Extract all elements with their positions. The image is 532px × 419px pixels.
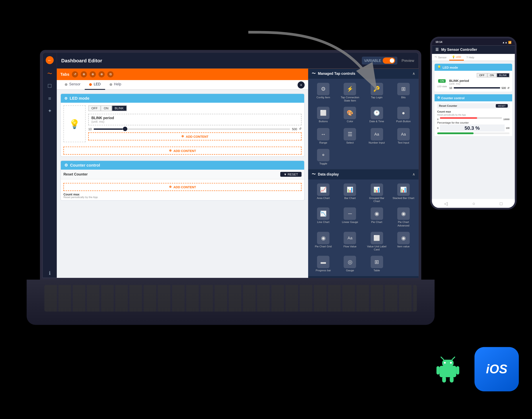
item-pie-advanced[interactable]: ◉ Pie Chart Advanced (390, 205, 417, 229)
item-bar-chart[interactable]: 📊 Bar Chart (337, 181, 363, 205)
phone-hamburger-icon: ☰ (435, 48, 439, 52)
item-value-unit[interactable]: ⬜ Value Unit Label Card (363, 229, 390, 253)
phone-tab-help[interactable]: ? Help (464, 54, 477, 61)
item-push-button[interactable]: ● Push Button (390, 105, 417, 125)
ios-badge: iOS (474, 347, 519, 391)
tab-help[interactable]: Help (105, 80, 126, 90)
add-below-plus-icon: ⊕ (169, 149, 171, 152)
add-content-counter[interactable]: ⊕ ADD CONTENT (64, 183, 301, 191)
reset-label: Reset Counter (64, 172, 88, 176)
tab-led[interactable]: LED (85, 80, 105, 90)
tabs-add-2[interactable]: ⊕ (90, 71, 96, 77)
item-gauge[interactable]: ◎ Gauge (337, 253, 363, 274)
blink-slider-track[interactable] (93, 128, 290, 130)
phone-sensor-icon: 〜 (435, 55, 437, 59)
item-datetime[interactable]: 🕐 Date & Time (363, 105, 390, 125)
count-max-label: Count max (64, 193, 301, 196)
item-grouped-bar[interactable]: 📊 Grouped Bar Chart (363, 181, 390, 205)
bits-icon: ⊞ (397, 83, 410, 95)
item-stacked-bar[interactable]: 📊 Stacked Bar Chart (390, 181, 417, 205)
led-blink-button[interactable]: BLINK (111, 105, 127, 111)
item-bits[interactable]: ⊞ Bits (390, 80, 417, 105)
sidebar-icon-puzzle[interactable]: ✦ (45, 106, 54, 116)
tap-login-icon: 🔑 (370, 83, 383, 95)
phone-led-state: ON LED state (437, 79, 447, 88)
item-area-chart[interactable]: 📈 Area Chart (310, 181, 337, 205)
data-display-chevron: ∧ (412, 172, 415, 176)
bar-chart-icon: 📊 (344, 183, 356, 196)
push-button-label: Push Button (396, 120, 411, 123)
item-toggle[interactable]: ⚬ Toggle (310, 146, 337, 167)
item-item-value[interactable]: ◉ Item value (390, 229, 417, 253)
sidebar-icon-info[interactable]: ℹ (45, 268, 54, 278)
item-select[interactable]: ☰ Select (337, 125, 363, 146)
item-range[interactable]: ↔ Range (310, 125, 337, 146)
item-buttons[interactable]: ⬜ Buttons (310, 105, 337, 125)
item-pie-grid[interactable]: ◉ Pie Chart Grid (310, 229, 337, 253)
add-tab-button[interactable]: + (298, 81, 305, 88)
laptop-screen-bezel: ← 〜 ☐ ≡ ✦ ℹ Dashboard Editor VARIABLE (40, 50, 421, 280)
laptop-keyboard (26, 280, 435, 325)
phone-reset-button[interactable]: RESET (496, 104, 507, 107)
phone-led-off[interactable]: OFF (476, 73, 487, 77)
color-label: Color (347, 120, 353, 123)
item-tap-connection[interactable]: ⚡ Tap Connection State Item (337, 80, 363, 105)
phone-led-on[interactable]: ON (487, 73, 496, 77)
tabs-add-3[interactable]: ⊕ (99, 71, 105, 77)
blink-period-box: BLINK period (unit: ms) (88, 114, 301, 125)
phone-led-state-label: LED state (437, 85, 447, 88)
sidebar-icon-layers[interactable]: ≡ (45, 93, 54, 103)
blink-slider-row: 10 500 ↺ (88, 127, 301, 131)
led-gear-icon: ⚙ (64, 96, 67, 100)
sub-tabs-nav: Sensor LED Help + (57, 80, 308, 90)
counter-widget: ⚙ Counter control Reset Counter ▼ RESET (60, 160, 304, 201)
item-table[interactable]: ⊞ Table (363, 253, 390, 274)
layout-header[interactable]: ⊞ Layout ∧ (308, 276, 418, 278)
item-number-input[interactable]: Aa Number Input (363, 125, 390, 146)
phone-counter-header: ⚙ Counter control (435, 94, 512, 101)
area-chart-label: Area Chart (317, 197, 330, 200)
select-icon: ☰ (344, 128, 356, 140)
phone-back-icon[interactable]: ◁ (444, 201, 448, 206)
item-config[interactable]: ⚙ Config Item (310, 80, 337, 105)
item-flow-value[interactable]: Aa Flow Value (337, 229, 363, 253)
data-display-header[interactable]: 〜 Data display ∧ (308, 169, 418, 179)
variable-toggle[interactable] (382, 57, 395, 64)
tabs-add-1[interactable]: ⊕ (81, 71, 87, 77)
tabs-refresh[interactable]: ↺ (72, 71, 78, 77)
buttons-icon: ⬜ (317, 107, 329, 119)
item-text-input[interactable]: Aa Text Input (390, 125, 417, 146)
phone-led-blink[interactable]: BLINK (496, 73, 509, 77)
item-linear-gauge[interactable]: ─ Linear Gauge (337, 205, 363, 229)
item-pie-chart[interactable]: ◉ Pie Chart (363, 205, 390, 229)
reset-button[interactable]: ▼ RESET (280, 172, 301, 177)
phone-tab-sensor[interactable]: 〜 Sensor (432, 54, 449, 61)
tab-sensor[interactable]: Sensor (60, 80, 85, 90)
phone-led-header: 💡 LED mode (435, 64, 512, 71)
sidebar-icon-chart[interactable]: 〜 (45, 68, 54, 78)
back-button[interactable]: ← (46, 56, 53, 64)
config-item-icon: ⚙ (317, 83, 329, 95)
phone-led-body: OFF ON BLINK ON LED state (435, 71, 512, 92)
item-tap-login[interactable]: 🔑 Tap Login (363, 80, 390, 105)
add-content-inside-led[interactable]: ⊕ ADD CONTENT (88, 132, 301, 140)
led-on-button[interactable]: ON (101, 105, 111, 111)
phone-blink-period-area: BLINK period (unit: ms) 10 500 ↺ (449, 79, 509, 89)
help-tab-icon (109, 83, 112, 86)
editor-header: Dashboard Editor VARIABLE Preview (57, 52, 418, 68)
toggle-label: Toggle (319, 162, 327, 165)
text-input-icon: Aa (397, 128, 410, 140)
sidebar-icon-display[interactable]: ☐ (45, 81, 54, 91)
led-off-button[interactable]: OFF (88, 105, 101, 111)
managed-tap-header[interactable]: 〜 Managed Tap controls ∧ (308, 68, 418, 79)
phone-slider-track[interactable] (454, 87, 500, 89)
item-progress-bar[interactable]: ▬ Progress bar (310, 253, 337, 274)
phone-recents-icon[interactable]: □ (500, 201, 502, 206)
phone-home-icon[interactable]: ○ (472, 201, 475, 206)
left-sidebar: ← 〜 ☐ ≡ ✦ ℹ (42, 52, 57, 278)
add-content-below-led[interactable]: ⊕ ADD CONTENT (64, 146, 301, 155)
tabs-copy[interactable]: ⧉ (107, 71, 114, 77)
item-color[interactable]: 🎨 Color (337, 105, 363, 125)
phone-tab-led[interactable]: 💡 LED (449, 54, 464, 61)
item-line-chart[interactable]: 📉 Line Chart (310, 205, 337, 229)
